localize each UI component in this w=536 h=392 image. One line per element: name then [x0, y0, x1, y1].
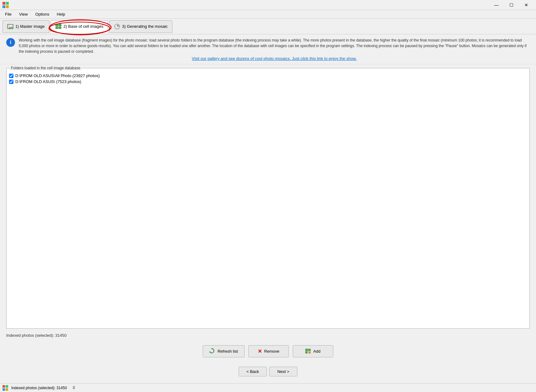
menu-help[interactable]: Help — [53, 11, 69, 18]
tab-base-cell-images[interactable]: 2) Base of cell images — [51, 20, 108, 33]
next-button[interactable]: Next > — [269, 367, 297, 376]
nav-buttons: < Back Next > — [6, 364, 530, 380]
info-section: i Working with the cell image database (… — [0, 34, 536, 64]
svg-rect-1 — [6, 2, 9, 5]
status-label: Indexed photos (selected): 31450 — [11, 386, 67, 390]
menu-file[interactable]: File — [1, 11, 15, 18]
refresh-list-button[interactable]: Refresh list — [203, 345, 244, 357]
tab1-icon — [7, 23, 13, 30]
tab2-label: 2) Base of cell images — [63, 24, 103, 29]
tab-master-image[interactable]: 1) Master image — [2, 20, 49, 33]
folder-group-box: Folders loaded in the cell image databas… — [6, 68, 530, 329]
svg-rect-22 — [2, 388, 5, 390]
action-buttons: Refresh list ✕ Remove + Add — [6, 342, 530, 360]
svg-rect-16 — [309, 349, 310, 351]
indexed-photos-label: Indexed photos (selected): 31450 — [6, 332, 530, 339]
remove-icon: ✕ — [258, 348, 262, 354]
folder-path-0: D:\FROM OLD ASUS\All Photo (23927 photos… — [15, 73, 100, 78]
app-icon — [2, 2, 9, 8]
svg-rect-8 — [59, 24, 61, 26]
svg-rect-9 — [56, 27, 58, 29]
svg-rect-10 — [59, 27, 61, 29]
folder-list-area[interactable]: D:\FROM OLD ASUS\All Photo (23927 photos… — [7, 71, 529, 328]
tab3-icon — [114, 23, 120, 30]
refresh-list-label: Refresh list — [217, 349, 238, 354]
folder-item-0: D:\FROM OLD ASUS\All Photo (23927 photos… — [8, 73, 528, 79]
status-icon — [2, 385, 8, 391]
menu-bar: File View Options Help — [0, 10, 536, 19]
status-spinner: ⠿ — [72, 386, 75, 390]
add-label: Add — [313, 349, 320, 354]
toolbar: 1) Master image 2) Base of cell images 3… — [0, 19, 536, 34]
folder-path-1: D:\FROM OLD ASUS\ (7523 photos) — [15, 79, 81, 84]
svg-rect-7 — [56, 24, 58, 26]
info-text: Working with the cell image database (fr… — [19, 37, 530, 54]
gallery-link[interactable]: Visit our gallery and see dozens of cool… — [19, 56, 530, 61]
menu-options[interactable]: Options — [32, 11, 53, 18]
add-button[interactable]: + Add — [293, 345, 333, 357]
main-content: Folders loaded in the cell image databas… — [0, 64, 536, 383]
back-button[interactable]: < Back — [239, 367, 267, 376]
title-bar-left — [2, 2, 9, 8]
svg-rect-0 — [2, 2, 5, 5]
svg-text:+: + — [309, 351, 310, 354]
maximize-button[interactable]: ☐ — [504, 0, 519, 10]
close-button[interactable]: ✕ — [519, 0, 534, 10]
tab1-label: 1) Master image — [15, 24, 45, 29]
svg-point-5 — [8, 25, 10, 27]
svg-marker-13 — [209, 351, 211, 352]
minimize-button[interactable]: — — [489, 0, 504, 10]
folder-group-title: Folders loaded in the cell image databas… — [10, 66, 82, 70]
remove-label: Remove — [264, 349, 279, 354]
svg-rect-3 — [6, 5, 9, 8]
add-icon: + — [305, 348, 311, 355]
folder-item-1: D:\FROM OLD ASUS\ (7523 photos) — [8, 79, 528, 85]
remove-button[interactable]: ✕ Remove — [248, 345, 289, 357]
svg-rect-20 — [2, 385, 5, 388]
svg-rect-17 — [305, 351, 307, 353]
svg-rect-2 — [2, 5, 5, 8]
status-bar: Indexed photos (selected): 31450 ⠿ — [0, 383, 536, 392]
title-bar: — ☐ ✕ — [0, 0, 536, 10]
svg-rect-23 — [6, 388, 8, 390]
folder-checkbox-1[interactable] — [9, 80, 13, 84]
info-icon: i — [6, 38, 15, 47]
folder-checkbox-0[interactable] — [9, 74, 13, 78]
svg-marker-6 — [8, 26, 13, 29]
menu-view[interactable]: View — [15, 11, 32, 18]
refresh-icon — [209, 348, 215, 355]
tab3-label: 3) Generating the mosaic — [122, 24, 168, 29]
title-bar-controls: — ☐ ✕ — [489, 0, 534, 10]
svg-rect-21 — [6, 385, 8, 388]
tab-generating-mosaic[interactable]: 3) Generating the mosaic — [109, 20, 172, 33]
tab2-icon — [55, 23, 62, 29]
svg-rect-15 — [305, 349, 308, 351]
